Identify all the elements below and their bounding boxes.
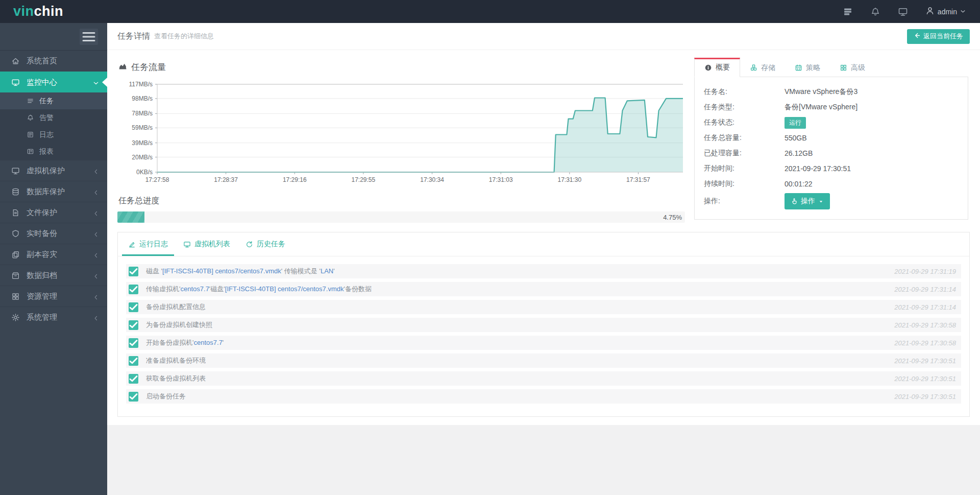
log-checkbox[interactable] (129, 374, 138, 384)
submenu-item-0[interactable]: 任务 (0, 92, 107, 109)
traffic-chart: 0KB/s20MB/s39MB/s59MB/s78MB/s98MB/s117MB… (117, 80, 685, 188)
chevron-left-icon (93, 251, 99, 257)
log-link[interactable]: [IFT-ISCSI-40TB] centos7/centos7.vmdk (225, 285, 344, 293)
chevron-left-icon (93, 209, 99, 216)
hand-pointer-icon (791, 198, 798, 205)
log-text-segment: 备份虚拟机配置信息 (146, 303, 206, 311)
log-tab-1[interactable]: 虚拟机列表 (177, 232, 236, 256)
svg-text:17:31:03: 17:31:03 (489, 176, 513, 183)
status-badge: 运行 (785, 117, 806, 129)
log-text-segment: 传输虚拟机' (146, 285, 180, 293)
sidebar-item-6[interactable]: 副本容灾 (0, 244, 107, 265)
log-link[interactable]: centos7.7 (180, 285, 209, 293)
calendar-icon (795, 64, 802, 72)
copy-icon (11, 250, 20, 259)
log-tab-label: 历史任务 (257, 240, 285, 249)
log-timestamp: 2021-09-29 17:30:58 (894, 321, 956, 329)
info-tab-2[interactable]: 策略 (785, 58, 830, 77)
info-tab-0[interactable]: 概要 (694, 58, 740, 77)
operation-button[interactable]: 操作 (785, 193, 830, 209)
log-message: 磁盘 '[IFT-ISCSI-40TB] centos7/centos7.vmd… (146, 267, 335, 276)
submenu-item-1[interactable]: 告警 (0, 109, 107, 126)
log-tab-0[interactable]: 运行日志 (122, 232, 174, 256)
sidebar-item-0[interactable]: 系统首页 (0, 51, 107, 72)
log-message: 启动备份任务 (146, 392, 186, 401)
list-icon (27, 97, 34, 105)
info-row-5: 开始时间:2021-09-29 17:30:51 (704, 161, 959, 176)
chevron-left-icon (93, 314, 99, 320)
svg-text:17:31:57: 17:31:57 (626, 176, 650, 183)
sidebar-item-label: 资源管理 (27, 292, 57, 301)
sidebar-nav: 系统首页监控中心任务告警日志报表虚拟机保护数据库保护文件保护实时备份副本容灾数据… (0, 51, 107, 327)
sidebar-item-3[interactable]: 数据库保护 (0, 181, 107, 202)
info-label: 任务总容量: (704, 133, 785, 143)
log-link[interactable]: centos7.7 (193, 339, 222, 346)
log-checkbox[interactable] (129, 285, 138, 294)
log-row-1: 传输虚拟机'centos7.7'磁盘'[IFT-ISCSI-40TB] cent… (126, 282, 961, 296)
log-tab-2[interactable]: 历史任务 (239, 232, 291, 256)
log-timestamp: 2021-09-29 17:30:51 (894, 393, 956, 400)
log-message: 准备虚拟机备份环境 (146, 356, 206, 365)
chevron-down-icon (93, 79, 99, 85)
log-checkbox[interactable] (129, 267, 138, 276)
sidebar-item-label: 数据归档 (27, 271, 57, 280)
log-timestamp: 2021-09-29 17:31:14 (894, 303, 956, 311)
bell-icon[interactable] (870, 7, 880, 17)
grid-icon (840, 64, 847, 72)
log-text-segment: 获取备份虚拟机列表 (146, 374, 206, 382)
log-checkbox[interactable] (129, 356, 138, 366)
task-progress-bar: 4.75% (117, 211, 685, 223)
shield-icon (11, 229, 20, 238)
main-content: 任务详情 查看任务的详细信息 返回当前任务 任务流量 0KB/s20MB/s39… (107, 23, 980, 495)
log-timestamp: 2021-09-29 17:30:51 (894, 375, 956, 383)
page-bottom-filler (107, 425, 980, 495)
log-checkbox[interactable] (129, 392, 138, 402)
server-stack-icon[interactable] (843, 7, 853, 17)
svg-text:117MB/s: 117MB/s (129, 81, 153, 88)
log-text-segment: 磁盘 ' (146, 267, 162, 275)
log-text-segment: ' (333, 267, 334, 275)
log-row-2: 备份虚拟机配置信息2021-09-29 17:31:14 (126, 300, 961, 314)
log-checkbox[interactable] (129, 320, 138, 330)
user-menu[interactable]: admin (925, 6, 966, 17)
traffic-title: 任务流量 (131, 61, 166, 73)
sidebar-item-2[interactable]: 虚拟机保护 (0, 160, 107, 181)
chevron-left-icon (93, 168, 99, 174)
log-message: 为备份虚拟机创建快照 (146, 320, 212, 329)
log-checkbox[interactable] (129, 302, 138, 312)
page-title: 任务详情 (117, 31, 150, 42)
sidebar-item-label: 副本容灾 (27, 250, 57, 260)
progress-fill (117, 211, 144, 223)
sidebar-item-1[interactable]: 监控中心 (0, 72, 107, 92)
menu-toggle-button[interactable] (80, 29, 98, 45)
sidebar-item-5[interactable]: 实时备份 (0, 223, 107, 244)
submenu-item-label: 日志 (39, 130, 54, 139)
sidebar-item-7[interactable]: 数据归档 (0, 265, 107, 286)
bell-icon (27, 114, 34, 122)
svg-text:59MB/s: 59MB/s (132, 124, 153, 131)
sidebar-item-9[interactable]: 系统管理 (0, 307, 107, 327)
submenu-item-2[interactable]: 日志 (0, 126, 107, 143)
svg-text:20MB/s: 20MB/s (132, 154, 153, 161)
monitoring-submenu: 任务告警日志报表 (0, 92, 107, 160)
info-tab-3[interactable]: 高级 (830, 58, 875, 77)
log-tab-label: 运行日志 (139, 240, 168, 249)
info-row-1: 任务类型:备份[VMware vSphere] (704, 100, 959, 115)
info-tab-1[interactable]: 存储 (740, 58, 785, 77)
chevron-left-icon (93, 272, 99, 278)
sidebar-item-label: 监控中心 (27, 78, 57, 87)
svg-text:17:29:16: 17:29:16 (283, 176, 307, 183)
back-to-current-task-button[interactable]: 返回当前任务 (907, 29, 970, 44)
info-tab-label: 策略 (806, 63, 820, 73)
log-text-segment: 启动备份任务 (146, 392, 186, 400)
doc-icon (27, 131, 34, 138)
log-link[interactable]: LAN (321, 267, 333, 275)
sidebar-item-8[interactable]: 资源管理 (0, 286, 107, 307)
monitor-icon[interactable] (898, 7, 908, 17)
info-tab-label: 存储 (761, 63, 775, 73)
info-value: 00:01:22 (785, 180, 813, 188)
submenu-item-3[interactable]: 报表 (0, 143, 107, 160)
sidebar-item-4[interactable]: 文件保护 (0, 202, 107, 223)
log-checkbox[interactable] (129, 338, 138, 348)
log-link[interactable]: [IFT-ISCSI-40TB] centos7/centos7.vmdk (162, 267, 281, 275)
